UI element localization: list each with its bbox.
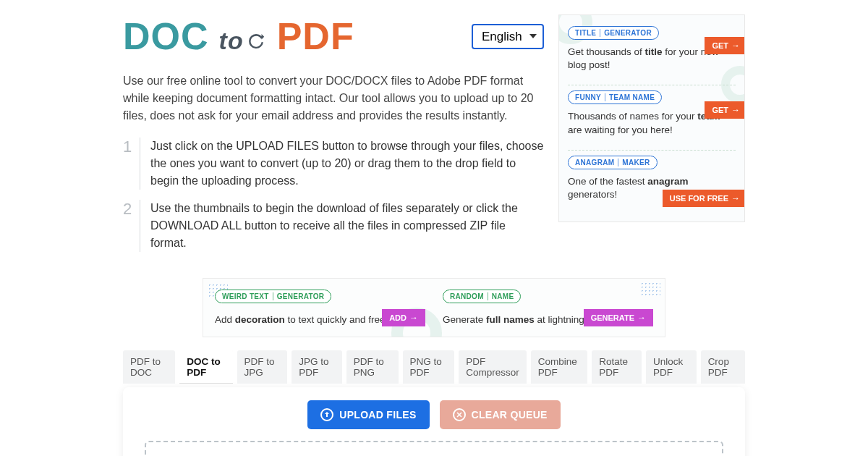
language-select-wrap: English (472, 24, 544, 49)
ad-title-generator[interactable]: TITLEGENERATOR Get thousands of title fo… (568, 21, 736, 79)
step-2: 2 Use the thumbnails to begin the downlo… (123, 200, 544, 252)
tab-combine-pdf[interactable]: Combine PDF (531, 350, 587, 384)
ad-pill: ANAGRAMMAKER (568, 156, 658, 169)
site-logo: DOC to PDF (123, 14, 354, 58)
logo-pdf: PDF (277, 14, 354, 58)
tab-pdf-to-jpg[interactable]: PDF to JPG (237, 350, 288, 384)
step-1: 1 Just click on the UPLOAD FILES button … (123, 138, 544, 190)
tab-crop-pdf[interactable]: Crop PDF (701, 350, 745, 384)
arrow-right-icon (731, 193, 740, 203)
mid-banner-ads: WEIRD TEXTGENERATOR Add decoration to te… (203, 278, 665, 337)
tab-pdf-to-png[interactable]: PDF to PNG (346, 350, 399, 384)
arrow-right-icon (409, 313, 418, 323)
step-text: Just click on the UPLOAD FILES button to… (150, 138, 544, 190)
ad-cta-button[interactable]: ADD (382, 309, 425, 326)
logo-to: to (219, 27, 267, 55)
ad-pill: RANDOMNAME (443, 290, 521, 303)
ad-anagram-maker[interactable]: ANAGRAMMAKER One of the fastest anagram … (568, 150, 736, 208)
arrow-right-icon (637, 313, 646, 323)
ad-cta-button[interactable]: GET (705, 101, 745, 119)
ad-pill: TITLEGENERATOR (568, 26, 659, 40)
upload-icon (320, 408, 333, 421)
tab-pdf-compressor[interactable]: PDF Compressor (459, 350, 527, 384)
step-text: Use the thumbnails to begin the download… (150, 200, 544, 252)
ad-pill: WEIRD TEXTGENERATOR (215, 290, 331, 303)
ad-funny-team-name[interactable]: FUNNYTEAM NAME Thousands of names for yo… (568, 85, 736, 143)
tab-jpg-to-pdf[interactable]: JPG to PDF (292, 350, 342, 384)
ad-random-name[interactable]: RANDOMNAME Generate full names at lightn… (443, 289, 653, 326)
tool-tabs: PDF to DOCDOC to PDFPDF to JPGJPG to PDF… (123, 350, 745, 384)
ad-cta-button[interactable]: USE FOR FREE (663, 190, 745, 207)
ad-cta-button[interactable]: GENERATE (584, 309, 653, 326)
step-number: 2 (123, 200, 140, 252)
tab-rotate-pdf[interactable]: Rotate PDF (592, 350, 642, 384)
tab-unlock-pdf[interactable]: Unlock PDF (646, 350, 697, 384)
instruction-steps: 1 Just click on the UPLOAD FILES button … (123, 138, 544, 252)
clear-queue-button[interactable]: CLEAR QUEUE (440, 400, 561, 429)
step-number: 1 (123, 138, 140, 190)
tab-pdf-to-doc[interactable]: PDF to DOC (123, 350, 175, 384)
tab-png-to-pdf[interactable]: PNG to PDF (403, 350, 455, 384)
language-select[interactable]: English (472, 24, 544, 49)
arrow-right-icon (731, 41, 740, 51)
tab-doc-to-pdf[interactable]: DOC to PDF (179, 350, 232, 384)
intro-text: Use our free online tool to convert your… (123, 72, 544, 124)
logo-doc: DOC (123, 14, 209, 58)
ad-cta-button[interactable]: GET (705, 37, 745, 54)
close-icon (453, 408, 466, 421)
file-dropzone[interactable]: ‹ › (145, 441, 723, 456)
ad-pill: FUNNYTEAM NAME (568, 90, 662, 104)
tool-panel: UPLOAD FILES CLEAR QUEUE ‹ › (123, 387, 745, 456)
refresh-icon (245, 30, 267, 52)
arrow-right-icon (731, 105, 740, 115)
upload-files-button[interactable]: UPLOAD FILES (307, 400, 429, 429)
ad-weird-text[interactable]: WEIRD TEXTGENERATOR Add decoration to te… (215, 289, 425, 326)
sidebar-ads: TITLEGENERATOR Get thousands of title fo… (558, 14, 745, 222)
